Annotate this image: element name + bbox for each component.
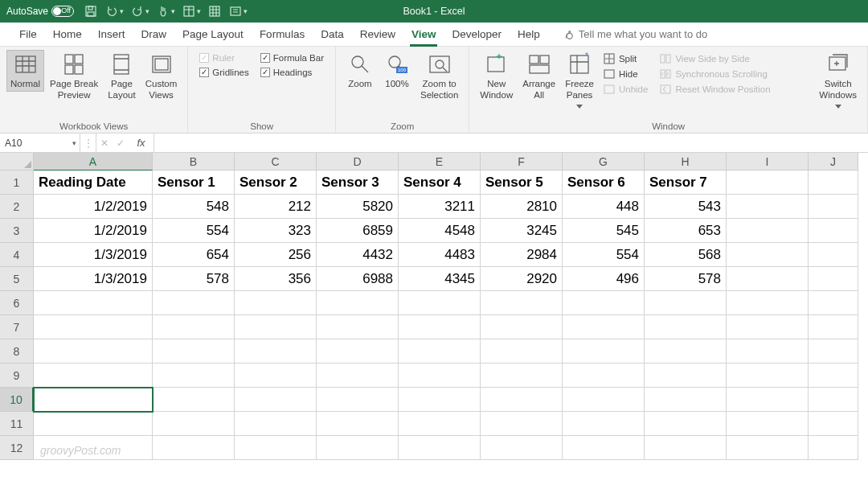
cell[interactable]: 578	[153, 267, 235, 291]
cell[interactable]	[317, 364, 399, 388]
tell-me-search[interactable]: Tell me what you want to do	[563, 28, 707, 40]
new-window-button[interactable]: New Window	[476, 50, 517, 103]
cell[interactable]	[645, 291, 727, 315]
chevron-down-icon[interactable]: ▾	[72, 139, 76, 147]
autosave-control[interactable]: AutoSave Off	[6, 6, 74, 17]
cell[interactable]: Sensor 2	[235, 170, 317, 195]
cell[interactable]: 4345	[399, 267, 481, 291]
cell[interactable]	[645, 364, 727, 388]
column-header[interactable]: D	[317, 153, 399, 170]
cell[interactable]	[399, 339, 481, 364]
cell[interactable]	[727, 412, 809, 436]
tab-home[interactable]: Home	[45, 23, 90, 47]
freeze-panes-button[interactable]: * Freeze Panes	[561, 50, 598, 110]
cell[interactable]	[809, 436, 858, 460]
cell[interactable]	[235, 436, 317, 460]
tab-developer[interactable]: Developer	[444, 23, 510, 47]
cell[interactable]	[481, 291, 563, 315]
cell[interactable]	[809, 267, 858, 291]
page-layout-button[interactable]: Page Layout	[104, 50, 140, 103]
hide-button[interactable]: Hide	[600, 67, 651, 81]
autosave-toggle[interactable]: Off	[51, 6, 74, 17]
cell[interactable]	[563, 315, 645, 339]
cell[interactable]	[481, 315, 563, 339]
column-header[interactable]: J	[809, 153, 858, 170]
cell[interactable]: 1/3/2019	[34, 243, 153, 267]
cell[interactable]: 653	[645, 219, 727, 243]
row-header[interactable]: 3	[0, 219, 34, 243]
tab-help[interactable]: Help	[510, 23, 548, 47]
cell[interactable]: 4432	[317, 243, 399, 267]
cell[interactable]: 2984	[481, 243, 563, 267]
cell[interactable]	[727, 339, 809, 364]
cell[interactable]: 448	[563, 195, 645, 219]
cell[interactable]	[809, 364, 858, 388]
cell[interactable]	[809, 315, 858, 339]
cell[interactable]	[317, 436, 399, 460]
cell[interactable]: 554	[563, 243, 645, 267]
cell[interactable]	[399, 436, 481, 460]
cell[interactable]	[481, 412, 563, 436]
cell[interactable]	[727, 219, 809, 243]
redo-dropdown[interactable]: ▾	[145, 7, 149, 15]
tab-formulas[interactable]: Formulas	[252, 23, 313, 47]
row-header[interactable]: 7	[0, 315, 34, 339]
cell[interactable]	[153, 339, 235, 364]
cell[interactable]	[153, 388, 235, 412]
cell[interactable]: 4483	[399, 243, 481, 267]
cell[interactable]	[34, 364, 153, 388]
cell[interactable]	[563, 291, 645, 315]
cell[interactable]	[563, 436, 645, 460]
cell[interactable]	[727, 436, 809, 460]
cell[interactable]: Sensor 7	[645, 170, 727, 195]
row-header[interactable]: 11	[0, 412, 34, 436]
cell[interactable]	[645, 436, 727, 460]
cell[interactable]: 548	[153, 195, 235, 219]
undo-dropdown[interactable]: ▾	[120, 7, 124, 15]
formula-input[interactable]	[154, 134, 868, 152]
cell[interactable]	[563, 388, 645, 412]
cell[interactable]	[153, 291, 235, 315]
cell[interactable]	[481, 436, 563, 460]
column-header[interactable]: I	[727, 153, 809, 170]
cell[interactable]	[809, 291, 858, 315]
cell[interactable]: 654	[153, 243, 235, 267]
tab-file[interactable]: File	[11, 23, 45, 47]
cell[interactable]: 4548	[399, 219, 481, 243]
cell[interactable]: 5820	[317, 195, 399, 219]
cell[interactable]	[153, 315, 235, 339]
cell[interactable]	[563, 412, 645, 436]
cell[interactable]	[481, 339, 563, 364]
cell[interactable]	[153, 412, 235, 436]
row-header[interactable]: 4	[0, 243, 34, 267]
cell[interactable]	[809, 243, 858, 267]
cell[interactable]	[645, 412, 727, 436]
cell[interactable]: 578	[645, 267, 727, 291]
tab-page-layout[interactable]: Page Layout	[174, 23, 252, 47]
row-header[interactable]: 1	[0, 170, 34, 195]
column-header[interactable]: A	[34, 153, 153, 170]
cell[interactable]	[727, 315, 809, 339]
column-header[interactable]: F	[481, 153, 563, 170]
headings-checkbox[interactable]: ✓Headings	[260, 68, 324, 77]
cell[interactable]: 323	[235, 219, 317, 243]
cell[interactable]	[317, 291, 399, 315]
qat-icon-1[interactable]	[180, 2, 198, 20]
cell[interactable]	[563, 339, 645, 364]
cell[interactable]	[235, 339, 317, 364]
cell[interactable]: 2920	[481, 267, 563, 291]
zoom-100-button[interactable]: 100 100%	[379, 50, 415, 92]
cell[interactable]	[34, 388, 153, 412]
cell[interactable]: Sensor 5	[481, 170, 563, 195]
cell[interactable]: 6988	[317, 267, 399, 291]
custom-views-button[interactable]: Custom Views	[141, 50, 182, 103]
cell[interactable]: 545	[563, 219, 645, 243]
zoom-selection-button[interactable]: Zoom to Selection	[416, 50, 462, 103]
cell[interactable]: 256	[235, 243, 317, 267]
tab-view[interactable]: View	[403, 23, 444, 47]
cell[interactable]	[563, 364, 645, 388]
column-header[interactable]: C	[235, 153, 317, 170]
cell[interactable]	[809, 219, 858, 243]
formula-bar-checkbox[interactable]: ✓Formula Bar	[260, 53, 324, 63]
cell[interactable]: 496	[563, 267, 645, 291]
